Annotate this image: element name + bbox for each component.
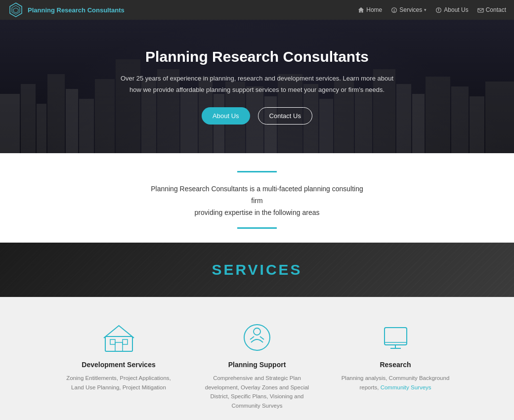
service-card-research: Research Planning analysis, Community Ba… bbox=[336, 317, 455, 415]
brand-name: Planning Research Consultants bbox=[28, 6, 125, 14]
navbar: Planning Research Consultants Home Servi… bbox=[0, 0, 514, 20]
planning-title: Planning Support bbox=[203, 361, 311, 369]
svg-rect-39 bbox=[105, 336, 132, 351]
research-icon bbox=[380, 322, 412, 354]
services-banner-title: SERVICES bbox=[212, 261, 302, 278]
svg-point-8 bbox=[438, 8, 439, 9]
contact-us-button[interactable]: Contact Us bbox=[258, 107, 312, 125]
svg-rect-36 bbox=[470, 96, 484, 153]
nav-home[interactable]: Home bbox=[358, 6, 382, 13]
home-icon bbox=[358, 7, 364, 13]
about-icon bbox=[435, 7, 442, 13]
svg-point-5 bbox=[394, 10, 394, 11]
svg-rect-40 bbox=[115, 342, 123, 351]
svg-rect-34 bbox=[426, 77, 450, 153]
hero-title: Planning Research Consultants bbox=[119, 48, 395, 65]
svg-rect-13 bbox=[47, 74, 65, 153]
nav-contact[interactable]: Contact bbox=[477, 6, 506, 13]
svg-marker-2 bbox=[13, 8, 18, 13]
home-service-icon bbox=[103, 322, 135, 354]
nav-services[interactable]: Services ▾ bbox=[391, 6, 427, 13]
services-row-1: Development Services Zoning Entitlements… bbox=[10, 317, 504, 415]
svg-point-44 bbox=[254, 328, 260, 335]
logo-icon bbox=[8, 2, 24, 18]
svg-rect-33 bbox=[412, 94, 425, 153]
svg-rect-14 bbox=[66, 89, 78, 153]
development-desc: Zoning Entitlements, Project Application… bbox=[64, 374, 173, 392]
planning-icon bbox=[241, 322, 273, 354]
hero-subtitle: Over 25 years of experience in planning,… bbox=[119, 73, 395, 95]
research-desc: Planning analysis, Community Background … bbox=[341, 374, 450, 392]
intro-text: Planning Research Consultants is a multi… bbox=[148, 183, 366, 218]
services-banner: SERVICES bbox=[0, 243, 514, 297]
svg-rect-42 bbox=[123, 339, 128, 344]
services-grid: Development Services Zoning Entitlements… bbox=[0, 297, 514, 420]
svg-line-46 bbox=[260, 336, 264, 339]
nav-links: Home Services ▾ About Us Contact bbox=[358, 6, 506, 13]
svg-rect-35 bbox=[451, 86, 469, 153]
contact-icon bbox=[477, 7, 484, 13]
svg-rect-37 bbox=[485, 82, 514, 153]
intro-divider-bottom bbox=[237, 227, 277, 229]
dropdown-arrow: ▾ bbox=[424, 7, 427, 12]
svg-rect-11 bbox=[21, 84, 36, 153]
about-us-button[interactable]: About Us bbox=[202, 107, 250, 125]
brand[interactable]: Planning Research Consultants bbox=[8, 2, 125, 18]
services-icon bbox=[391, 7, 397, 13]
hero-content: Planning Research Consultants Over 25 ye… bbox=[109, 48, 405, 124]
planning-desc: Comprehensive and Strategic Plan develop… bbox=[203, 374, 311, 410]
intro-divider-top bbox=[237, 171, 277, 172]
svg-rect-41 bbox=[110, 339, 115, 344]
intro-section: Planning Research Consultants is a multi… bbox=[0, 153, 514, 243]
hero-section: Planning Research Consultants Over 25 ye… bbox=[0, 20, 514, 153]
service-card-planning: Planning Support Comprehensive and Strat… bbox=[198, 317, 316, 415]
development-title: Development Services bbox=[64, 361, 173, 369]
research-title: Research bbox=[341, 361, 450, 369]
hero-buttons: About Us Contact Us bbox=[119, 107, 395, 125]
svg-rect-12 bbox=[37, 104, 46, 153]
svg-line-45 bbox=[250, 336, 254, 339]
svg-rect-15 bbox=[79, 99, 94, 153]
service-card-development: Development Services Zoning Entitlements… bbox=[59, 317, 178, 415]
svg-rect-10 bbox=[0, 94, 20, 153]
nav-about[interactable]: About Us bbox=[435, 6, 468, 13]
